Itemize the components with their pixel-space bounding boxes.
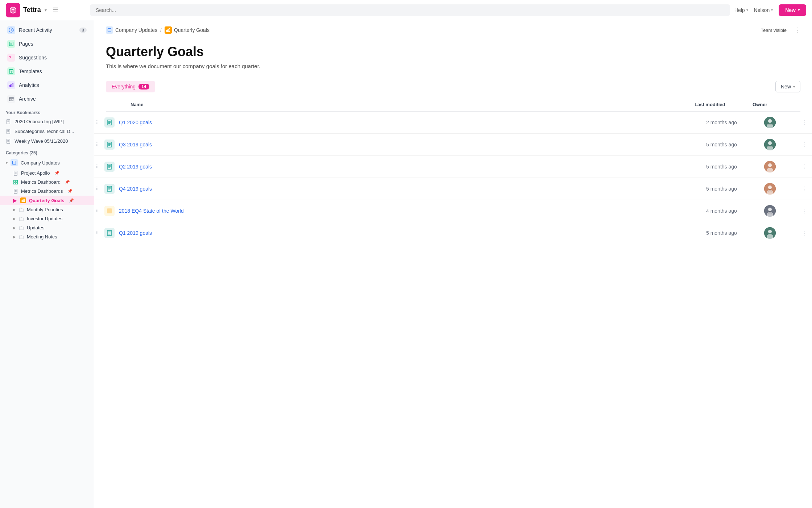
pin-icon: 📌 — [65, 180, 70, 184]
doc-icon — [6, 129, 11, 134]
clock-icon — [7, 26, 15, 34]
doc-icon — [13, 171, 18, 176]
row-name[interactable]: Q3 2019 goals — [116, 136, 703, 153]
doc-teal-icon — [104, 162, 115, 172]
table-row: ⠿ Q3 2019 goals 5 months ago ⋮ — [94, 134, 812, 156]
row-actions-button[interactable]: ⋮ — [798, 119, 812, 126]
breadcrumb-separator: / — [160, 27, 162, 33]
category-company-updates[interactable]: ▾ Company Updates — [0, 157, 94, 168]
row-doc-icon — [103, 160, 116, 173]
svg-rect-35 — [108, 29, 111, 32]
sidebar-item-archive[interactable]: Archive — [1, 92, 92, 106]
svg-rect-36 — [166, 30, 167, 32]
new-document-button[interactable]: New ▾ — [775, 81, 800, 92]
doc-icon — [13, 189, 18, 194]
chevron-right-icon: ▶ — [13, 226, 16, 230]
row-name[interactable]: Q4 2019 goals — [116, 180, 703, 197]
svg-point-44 — [768, 119, 772, 123]
help-chevron-icon: ▾ — [746, 8, 748, 12]
svg-rect-33 — [23, 200, 24, 202]
bookmark-item[interactable]: Weekly Wave 05/11/2020 — [0, 136, 94, 146]
row-doc-icon — [103, 138, 116, 151]
categories-title: Categories (25) — [0, 146, 94, 157]
app-name: Tettra — [23, 6, 41, 14]
logo-chevron-icon[interactable]: ▾ — [45, 8, 47, 13]
svg-rect-28 — [16, 182, 17, 184]
sidebar-item-templates[interactable]: Templates — [1, 64, 92, 78]
svg-rect-10 — [12, 83, 13, 87]
table-row: ⠿ Q1 2019 goals 5 months ago ⋮ — [94, 222, 812, 244]
row-name[interactable]: Q2 2019 goals — [116, 158, 703, 175]
breadcrumb-current-icon — [165, 26, 172, 34]
doc-teal-icon — [104, 140, 115, 150]
category-item-investor-updates[interactable]: ▶ Investor Updates — [0, 214, 94, 223]
new-chevron-icon: ▾ — [798, 8, 800, 12]
drag-handle[interactable]: ⠿ — [94, 186, 103, 191]
category-item-metrics-dashboards[interactable]: Metrics Dashboards 📌 — [0, 187, 94, 196]
avatar — [764, 227, 776, 239]
sidebar-item-recent[interactable]: Recent Activity 3 — [1, 23, 92, 37]
drag-handle[interactable]: ⠿ — [94, 164, 103, 169]
search-input[interactable] — [90, 4, 730, 16]
main-layout: Recent Activity 3 Pages ? Suggestions Te… — [0, 20, 812, 508]
breadcrumb-parent[interactable]: Company Updates — [106, 26, 157, 34]
owner-column-header: Owner — [750, 102, 786, 107]
category-item-project-apollo[interactable]: Project Apollo 📌 — [0, 168, 94, 178]
svg-rect-11 — [9, 98, 13, 99]
category-item-quarterly-goals[interactable]: ▶ Quarterly Goals 📌 — [0, 196, 94, 205]
category-item-metrics-dashboard[interactable]: Metrics Dashboard 📌 — [0, 178, 94, 187]
svg-text:?: ? — [9, 55, 11, 60]
row-name[interactable]: Q1 2020 goals — [116, 114, 703, 131]
more-options-button[interactable]: ⋮ — [794, 26, 800, 34]
sidebar-item-suggestions[interactable]: ? Suggestions — [1, 51, 92, 64]
avatar — [764, 117, 776, 128]
category-item-meeting-notes[interactable]: ▶ Meeting Notes — [0, 232, 94, 241]
dashboard-icon — [13, 180, 18, 185]
bookmark-item[interactable]: Subcategories Technical D... — [0, 126, 94, 136]
svg-rect-67 — [107, 209, 112, 213]
drag-handle[interactable]: ⠿ — [94, 208, 103, 213]
category-item-monthly-priorities[interactable]: ▶ Monthly Priorities — [0, 205, 94, 214]
table-row: ⠿ Q4 2019 goals 5 months ago ⋮ — [94, 178, 812, 200]
category-item-updates[interactable]: ▶ Updates — [0, 223, 94, 232]
doc-teal-icon — [104, 117, 115, 128]
row-name[interactable]: Q1 2019 goals — [116, 225, 703, 241]
user-menu-button[interactable]: Nelson ▾ — [754, 7, 773, 13]
row-actions-button[interactable]: ⋮ — [798, 141, 812, 148]
folder-icon — [19, 225, 24, 230]
help-button[interactable]: Help ▾ — [734, 7, 748, 13]
svg-rect-34 — [24, 199, 25, 202]
drag-handle[interactable]: ⠿ — [94, 142, 103, 147]
hamburger-icon[interactable]: ☰ — [53, 6, 58, 14]
folder-icon — [19, 216, 24, 221]
row-actions-button[interactable]: ⋮ — [798, 230, 812, 237]
table-row: ⠿ 2018 EQ4 State of the World 4 months a… — [94, 200, 812, 222]
sidebar-item-pages[interactable]: Pages — [1, 37, 92, 51]
filter-tab-everything[interactable]: Everything 14 — [106, 81, 155, 92]
svg-rect-37 — [168, 29, 169, 32]
row-owner — [761, 112, 798, 133]
doc-orange-icon — [104, 206, 115, 216]
drag-handle[interactable]: ⠿ — [94, 230, 103, 236]
table-row: ⠿ Q1 2020 goals 2 months ago ⋮ — [94, 112, 812, 134]
bookmark-item[interactable]: 2020 Onboarding [WIP] — [0, 117, 94, 126]
drag-handle[interactable]: ⠿ — [94, 120, 103, 125]
top-nav: Tettra ▾ ☰ Help ▾ Nelson ▾ New ▾ — [0, 0, 812, 20]
svg-rect-21 — [13, 161, 16, 165]
chevron-down-icon: ▾ — [6, 161, 8, 165]
row-actions-button[interactable]: ⋮ — [798, 186, 812, 192]
templates-icon — [7, 67, 15, 75]
row-owner — [761, 222, 798, 244]
svg-rect-27 — [14, 182, 15, 184]
breadcrumb-current: Quarterly Goals — [165, 26, 210, 34]
row-actions-button[interactable]: ⋮ — [798, 208, 812, 215]
new-button-top[interactable]: New ▾ — [779, 4, 806, 16]
row-name[interactable]: 2018 EQ4 State of the World — [116, 203, 703, 219]
row-owner — [761, 156, 798, 178]
row-actions-button[interactable]: ⋮ — [798, 163, 812, 170]
content-area: Company Updates / Quarterly Goals Team v… — [94, 20, 812, 508]
row-doc-icon — [103, 116, 116, 129]
logo-icon[interactable] — [6, 3, 20, 17]
sidebar-item-analytics[interactable]: Analytics — [1, 78, 92, 92]
row-modified: 2 months ago — [703, 114, 761, 130]
